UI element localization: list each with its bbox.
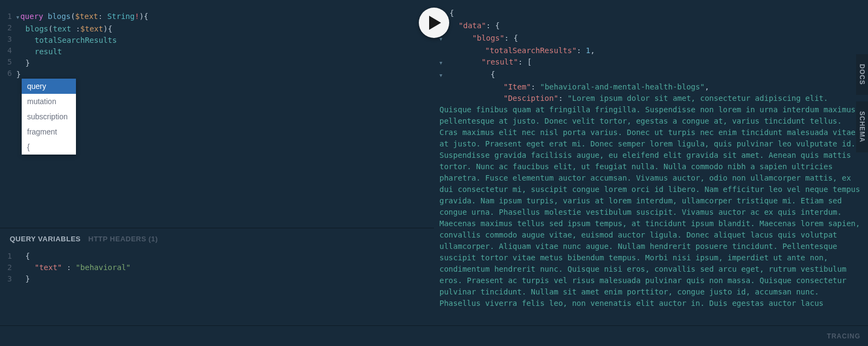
svg-marker-0 — [429, 16, 441, 30]
code-content[interactable]: ▼query blogs($text: String!){ blogs(text… — [16, 11, 434, 228]
fold-arrow-icon[interactable]: ▼ — [439, 57, 445, 69]
response-panel[interactable]: ▼ { ▼ "data": { ▼ "blogs": { "totalSearc… — [434, 0, 868, 325]
description-text: "Lorem ipsum dolor sit amet, consectetur… — [439, 94, 865, 307]
autocomplete-item[interactable]: subscription — [22, 109, 76, 124]
line-gutter: 1 2 3 — [0, 251, 16, 285]
tab-query-variables[interactable]: QUERY VARIABLES — [10, 235, 81, 243]
autocomplete-item[interactable]: fragment — [22, 124, 76, 139]
variables-editor[interactable]: 1 2 3 { "text" : "behavioral" } — [0, 247, 434, 285]
bottom-bar: TRACING — [0, 325, 868, 346]
play-icon — [429, 16, 441, 30]
autocomplete-item[interactable]: query — [22, 79, 76, 94]
variables-section: QUERY VARIABLES HTTP HEADERS (1) 1 2 3 {… — [0, 228, 434, 325]
autocomplete-item[interactable]: { — [22, 139, 76, 155]
autocomplete-popup[interactable]: query mutation subscription fragment { — [22, 79, 76, 155]
execute-query-button[interactable] — [419, 8, 449, 38]
tab-http-headers[interactable]: HTTP HEADERS (1) — [88, 235, 158, 243]
fold-arrow-icon[interactable]: ▼ — [439, 70, 445, 81]
autocomplete-item[interactable]: mutation — [22, 94, 76, 109]
line-gutter: 1 2 3 4 5 6 — [0, 11, 16, 228]
tracing-tab[interactable]: TRACING — [827, 332, 860, 340]
docs-tab[interactable]: DOCS — [856, 54, 868, 95]
schema-tab[interactable]: SCHEMA — [856, 101, 868, 152]
query-editor-panel: 1 2 3 4 5 6 ▼query blogs($text: String!)… — [0, 0, 434, 325]
fold-arrow-icon[interactable]: ▼ — [16, 12, 19, 23]
